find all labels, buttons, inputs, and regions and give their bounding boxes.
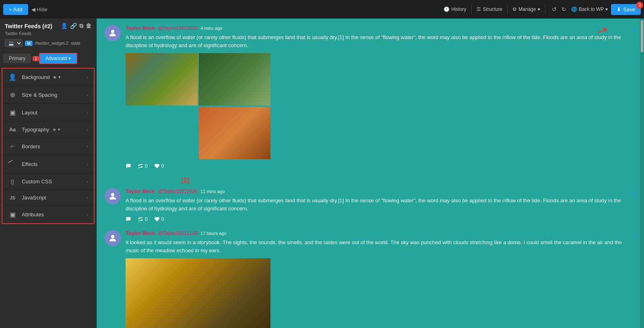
- main-layout: Twitter Feeds (#2) 👤 🔗 ⧉ 🗑 Twitter Feeds…: [0, 19, 644, 328]
- effects-icon: /: [6, 158, 19, 170]
- scrollbar-thumb[interactable]: [641, 20, 643, 52]
- background-icon: 👤: [8, 73, 17, 81]
- sidebar-item-background[interactable]: 👤 Background ▾ ›: [2, 69, 94, 86]
- sidebar-item-custom-css[interactable]: {} Custom CSS ›: [2, 174, 94, 190]
- like-action-1[interactable]: 0: [154, 163, 164, 169]
- tweet-image-house: [199, 53, 271, 106]
- attributes-label: Attributes: [22, 212, 87, 218]
- tweet-body-1: Taylor Beck @Taylor13513530 4 mins ago A…: [126, 25, 626, 169]
- retweet-action-1[interactable]: 0: [138, 163, 148, 169]
- back-to-wp-button[interactable]: 🌐 Back to WP ▾: [571, 6, 608, 12]
- tweet-card-1: Taylor Beck @Taylor13513530 4 mins ago A…: [105, 25, 636, 169]
- typography-icon: Aa: [8, 127, 17, 133]
- tabs-row: Primary 1 Advanced ▾: [0, 53, 96, 68]
- history-button[interactable]: 🕐 History: [444, 6, 466, 12]
- reply-action-2[interactable]: [126, 216, 131, 222]
- tweet-handle-3: @Taylor13511148: [158, 230, 198, 236]
- selector-text: #twitter_widget-2: [35, 41, 68, 46]
- save-button[interactable]: ⬇ Save 3: [611, 4, 641, 15]
- tweet-time-1: 4 mins ago: [200, 26, 222, 31]
- sidebar-item-size-spacing[interactable]: ⊕ Size & Spacing ›: [2, 86, 94, 104]
- tweet-body-3: Taylor Beck @Taylor13511148 17 hours ago…: [126, 230, 626, 328]
- svg-point-1: [111, 193, 114, 196]
- device-select[interactable]: 💻: [5, 39, 23, 47]
- tab-advanced[interactable]: Advanced ▾: [39, 53, 77, 64]
- tweet-card-2: Taylor Beck @Taylor13513536 11 mins ago …: [105, 188, 636, 222]
- sidebar-item-typography[interactable]: Aa Typography ▾ ›: [2, 122, 94, 138]
- retweet-action-2[interactable]: 0: [138, 216, 148, 222]
- reply-action-1[interactable]: [126, 163, 131, 169]
- tweet-name-2[interactable]: Taylor Beck: [126, 188, 155, 194]
- svg-point-2: [111, 235, 114, 238]
- redo-button[interactable]: ↻: [560, 4, 568, 14]
- sidebar-header: Twitter Feeds (#2) 👤 🔗 ⧉ 🗑 Twitter Feeds…: [0, 19, 96, 53]
- top-bar: + Add ◀ Hide 🕐 History ☰ Structure ⚙ Man…: [0, 0, 644, 19]
- tweet-image-autumn: [199, 107, 271, 159]
- undo-button[interactable]: ↺: [550, 4, 558, 14]
- tweet-name-3[interactable]: Taylor Beck: [126, 230, 155, 236]
- delete-icon[interactable]: 🗑: [86, 23, 91, 29]
- tweet-edit-icon-1[interactable]: ✏: [631, 27, 636, 34]
- tweet-edit-icon-2[interactable]: ✏: [631, 190, 636, 197]
- chevron-right-icon: ›: [87, 162, 88, 167]
- sidebar-item-borders[interactable]: ⌐ Borders ›: [2, 138, 94, 155]
- tab-primary[interactable]: Primary: [3, 54, 31, 63]
- sidebar-item-effects[interactable]: / Effects ›: [2, 155, 94, 174]
- layout-label: Layout: [22, 110, 87, 116]
- tweet-body-2: Taylor Beck @Taylor13513536 11 mins ago …: [126, 188, 626, 222]
- borders-icon: ⌐: [8, 143, 17, 150]
- bracket-annotation-2: [2]: [105, 177, 266, 184]
- chevron-right-icon: ›: [87, 143, 88, 149]
- attributes-icon: ▣: [8, 211, 17, 218]
- chevron-right-icon: ›: [87, 212, 88, 218]
- sidebar-item-attributes[interactable]: ▣ Attributes ›: [2, 206, 94, 223]
- widget-subtitle: Twitter Feeds: [5, 31, 91, 36]
- tweet-header-1: Taylor Beck @Taylor13513530 4 mins ago: [126, 25, 626, 31]
- tweet-avatar-3: [105, 230, 121, 246]
- tweet-text-1: A flood is an overflow of water (or rare…: [126, 33, 626, 49]
- history-icon: 🕐: [444, 6, 450, 12]
- chevron-right-icon: ›: [87, 127, 88, 133]
- dropdown-icon: ▾: [58, 75, 61, 80]
- tweet-handle-2: @Taylor13513536: [158, 189, 198, 194]
- chevron-right-icon: ›: [87, 92, 88, 98]
- tweet-actions-2: 0 0: [126, 216, 626, 222]
- sidebar-item-layout[interactable]: ▣ Layout ›: [2, 104, 94, 122]
- sidebar-item-javascript[interactable]: JS JavaScript ›: [2, 190, 94, 206]
- manage-chevron-icon: ▾: [538, 6, 540, 12]
- tweet-header-3: Taylor Beck @Taylor13511148 17 hours ago: [126, 230, 626, 236]
- content-inner: ↗ Taylor Beck @Taylor13513530 4 mins ago…: [97, 19, 644, 328]
- tweet-images-3: [126, 258, 270, 328]
- borders-label: Borders: [22, 143, 87, 149]
- tweet-header-2: Taylor Beck @Taylor13513536 11 mins ago: [126, 188, 626, 194]
- save-badge: 3: [636, 2, 643, 9]
- javascript-label: JavaScript: [22, 195, 87, 201]
- effects-label: Effects: [22, 161, 87, 167]
- divider: [507, 4, 508, 14]
- copy-icon[interactable]: ⧉: [79, 23, 83, 29]
- tweet-name-1[interactable]: Taylor Beck: [126, 25, 155, 31]
- widget-title-icons: 👤 🔗 ⧉ 🗑: [61, 23, 91, 29]
- chevron-right-icon: ›: [87, 110, 88, 116]
- add-button[interactable]: + Add: [3, 4, 28, 15]
- tweet-avatar-2: [105, 188, 121, 204]
- tweet-edit-icon-3[interactable]: ✏: [631, 232, 636, 239]
- advanced-chevron-icon: ▾: [68, 56, 71, 61]
- custom-css-icon: {}: [8, 179, 17, 185]
- sidebar: Twitter Feeds (#2) 👤 🔗 ⧉ 🗑 Twitter Feeds…: [0, 19, 97, 328]
- scrollbar[interactable]: [640, 19, 644, 328]
- dropdown-icon: ▾: [58, 127, 60, 132]
- save-icon: ⬇: [617, 6, 621, 12]
- tweet-image-forest: [126, 53, 198, 106]
- manage-button[interactable]: ⚙ Manage ▾: [512, 6, 540, 12]
- back-chevron-icon: ▾: [605, 6, 608, 12]
- manage-icon: ⚙: [512, 6, 517, 12]
- people-icon[interactable]: 👤: [61, 23, 68, 29]
- link-icon[interactable]: 🔗: [70, 23, 77, 29]
- hide-button[interactable]: ◀ Hide: [31, 6, 47, 12]
- background-dot: [54, 76, 56, 79]
- size-spacing-label: Size & Spacing: [22, 92, 87, 98]
- like-action-2[interactable]: 0: [154, 216, 164, 222]
- typography-dot: [53, 129, 56, 131]
- structure-button[interactable]: ☰ Structure: [477, 6, 503, 12]
